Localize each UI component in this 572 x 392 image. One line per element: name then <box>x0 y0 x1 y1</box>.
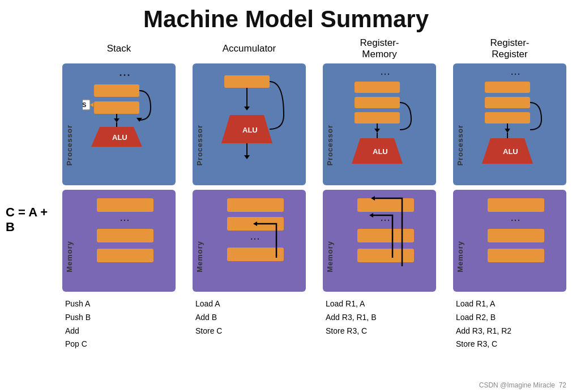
col-header-reg-reg: Register-Register <box>490 37 530 60</box>
instr-rr-2: Add R3, R1, R2 <box>456 325 566 338</box>
mem-rect-2-acc <box>227 217 284 231</box>
memory-label-accumulator: Memory <box>195 241 204 272</box>
processor-box-accumulator: Processor ALU <box>193 63 306 185</box>
equation-label: C = A + B <box>6 88 57 351</box>
instr-rm-0: Load R1, A <box>326 297 436 311</box>
svg-rect-1 <box>94 101 139 114</box>
mem-rect-1-acc <box>227 198 284 212</box>
instr-stack-3: Pop C <box>65 338 176 351</box>
instr-acc-0: Load A <box>195 297 306 311</box>
mem-rect-2-rr <box>488 229 544 242</box>
processor-label-reg-reg: Processor <box>456 125 464 166</box>
mem-rect-1-rr <box>488 198 544 212</box>
mem-rect-3-stack <box>97 249 153 262</box>
processor-box-reg-mem: Processor ··· A <box>323 63 436 185</box>
svg-text:ALU: ALU <box>503 147 518 156</box>
mem-rect-3-rm <box>357 249 414 262</box>
column-register-register: Register-Register Processor ··· ALU <box>447 37 572 351</box>
svg-marker-17 <box>244 155 250 159</box>
dots-acc-mem: ··· <box>250 235 261 244</box>
dots-rm-mem: ··· <box>381 216 391 225</box>
svg-marker-22 <box>374 129 380 133</box>
instructions-reg-reg: Load R1, A Load R2, B Add R3, R1, R2 Sto… <box>453 297 566 351</box>
svg-rect-0 <box>94 84 139 97</box>
mem-rect-1-stack <box>97 198 153 212</box>
instr-rr-0: Load R1, A <box>456 297 566 311</box>
mem-rect-3-rr <box>488 249 544 262</box>
svg-marker-6 <box>114 118 119 122</box>
dots-stack-top: ··· <box>119 70 131 82</box>
mem-rect-1-rm <box>357 198 414 212</box>
svg-text:ALU: ALU <box>373 147 388 156</box>
svg-rect-20 <box>355 112 400 123</box>
dots-rr-mem: ··· <box>511 216 521 225</box>
watermark: CSDN @Imagine Miracle 72 <box>479 381 566 389</box>
instr-acc-2: Store C <box>195 325 306 338</box>
svg-rect-18 <box>355 82 400 93</box>
instr-rr-1: Load R2, B <box>456 311 566 325</box>
svg-marker-13 <box>244 106 250 110</box>
mem-rect-3-acc <box>227 248 284 261</box>
col-header-stack: Stack <box>107 37 131 60</box>
column-stack: Stack Processor ··· TOS <box>57 37 181 351</box>
memory-label-stack: Memory <box>65 241 74 272</box>
mem-rect-2-stack <box>97 229 153 242</box>
dots-stack-mem: ··· <box>120 216 130 225</box>
dots-reg-mem-top: ··· <box>381 70 391 79</box>
svg-text:ALU: ALU <box>242 126 258 134</box>
processor-label-stack: Processor <box>65 125 74 166</box>
svg-rect-28 <box>485 112 530 123</box>
page-title: Machine Model Summary <box>0 0 572 37</box>
processor-box-reg-reg: Processor ··· ALU <box>453 63 566 185</box>
svg-rect-19 <box>355 97 400 108</box>
col-header-accumulator: Accumulator <box>223 37 276 60</box>
instr-rr-3: Store R3, C <box>456 338 566 351</box>
svg-marker-30 <box>505 129 510 133</box>
memory-label-reg-mem: Memory <box>326 241 334 272</box>
processor-box-stack: Processor ··· TOS <box>62 63 176 185</box>
instr-stack-1: Push B <box>65 311 176 325</box>
svg-rect-26 <box>485 82 530 93</box>
col-header-reg-mem: Register-Memory <box>360 37 399 60</box>
column-register-memory: Register-Memory Processor ··· <box>317 37 442 351</box>
svg-rect-11 <box>224 75 270 88</box>
memory-box-reg-mem: Memory ··· <box>323 190 436 292</box>
svg-rect-27 <box>485 97 530 108</box>
processor-label-accumulator: Processor <box>195 125 204 166</box>
memory-label-reg-reg: Memory <box>456 241 464 272</box>
memory-box-stack: Memory ··· <box>62 190 176 292</box>
svg-text:ALU: ALU <box>112 133 127 142</box>
instr-stack-2: Add <box>65 325 176 338</box>
mem-rect-2-rm <box>357 229 414 242</box>
processor-label-reg-mem: Processor <box>326 125 334 166</box>
dots-reg-reg-top: ··· <box>511 70 521 79</box>
column-accumulator: Accumulator Processor ALU <box>187 37 311 351</box>
instructions-stack: Push A Push B Add Pop C <box>62 297 176 351</box>
memory-box-reg-reg: Memory ··· <box>453 190 566 292</box>
instr-acc-1: Add B <box>195 311 306 325</box>
svg-text:TOS: TOS <box>83 101 86 108</box>
instructions-accumulator: Load A Add B Store C <box>193 297 306 338</box>
svg-marker-4 <box>90 103 93 107</box>
instructions-reg-mem: Load R1, A Add R3, R1, B Store R3, C <box>323 297 436 338</box>
instr-rm-2: Store R3, C <box>326 325 436 338</box>
memory-box-accumulator: Memory ··· <box>193 190 306 292</box>
instr-stack-0: Push A <box>65 297 176 311</box>
instr-rm-1: Add R3, R1, B <box>326 311 436 325</box>
